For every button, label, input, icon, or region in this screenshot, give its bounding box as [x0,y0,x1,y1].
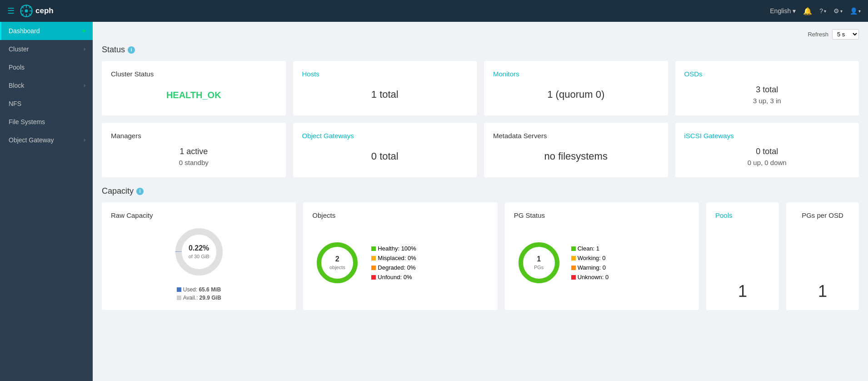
settings-button[interactable]: ⚙ ▾ [833,7,843,15]
language-label: English [770,7,791,15]
degraded-dot [371,266,376,270]
metadata-servers-value: no filesystems [493,145,659,168]
osds-detail: 3 up, 3 in [684,96,850,105]
capacity-grid: Raw Capacity 0.22% of 30 GiB [102,202,859,310]
working-legend: Working: 0 [571,255,609,261]
pg-count: 1 [534,255,544,263]
warning-legend: Warning: 0 [571,264,609,271]
managers-value: 1 active 0 standby [111,145,277,168]
navbar: ☰ ceph English ▾ 🔔 ? ▾ [0,0,868,22]
objects-label: objects [329,265,345,270]
status-info-icon[interactable]: i [128,46,135,54]
chevron-right-icon: › [84,46,85,52]
sidebar-item-object-gateway[interactable]: Object Gateway › [0,131,93,149]
raw-capacity-donut-label: 0.22% of 30 GiB [189,244,210,260]
metadata-servers-title: Metadata Servers [493,132,659,140]
sidebar-item-block[interactable]: Block › [0,76,93,95]
legend-used: Used: 65.6 MiB [177,286,221,293]
sidebar-item-label-pools: Pools [9,64,25,71]
managers-title: Managers [111,132,277,140]
objects-card: Objects 2 objects Hea [303,202,497,310]
unfound-legend: Unfound: 0% [371,274,416,281]
degraded-text: Degraded: 0% [378,264,415,271]
objects-legend: Healthy: 100% Misplaced: 0% Degraded: 0% [371,245,416,281]
managers-card: Managers 1 active 0 standby [102,123,286,177]
avail-label: Avail.: 29.9 GiB [183,295,221,301]
svg-point-1 [25,10,28,13]
healthy-dot [371,246,376,251]
metadata-servers-card: Metadata Servers no filesystems [484,123,668,177]
raw-capacity-title: Raw Capacity [111,211,287,219]
hosts-title[interactable]: Hosts [302,70,468,78]
help-arrow-icon: ▾ [824,9,826,14]
degraded-legend: Degraded: 0% [371,264,416,271]
settings-arrow-icon: ▾ [840,9,843,14]
capacity-info-icon[interactable]: i [136,188,144,195]
iscsi-gateways-card: iSCSI Gateways 0 total 0 up, 0 down [675,123,859,177]
legend-avail: Avail.: 29.9 GiB [177,295,221,301]
warning-dot [571,266,576,270]
object-gateways-title[interactable]: Object Gateways [302,132,468,140]
clean-text: Clean: 1 [578,245,599,252]
working-text: Working: 0 [578,255,606,261]
pg-donut-label: 1 PGs [534,255,544,271]
monitors-card: Monitors 1 (quorum 0) [484,61,668,115]
help-button[interactable]: ? ▾ [819,7,826,15]
refresh-select[interactable]: 5 s 10 s 30 s 1 m off [832,29,859,40]
ceph-logo-text: ceph [35,6,54,15]
unfound-dot [371,275,376,280]
iscsi-gateways-title[interactable]: iSCSI Gateways [684,132,850,140]
sidebar-item-label-cluster: Cluster [9,45,29,53]
iscsi-total: 0 total [684,146,850,157]
app-body: Dashboard ♥ Cluster › Pools Block › NFS … [0,22,868,381]
objects-donut: 2 objects [312,238,362,288]
used-label: Used: 65.6 MiB [183,286,221,293]
user-button[interactable]: 👤 ▾ [850,7,861,15]
raw-capacity-percent: 0.22% [189,244,210,252]
unknown-legend: Unknown: 0 [571,274,609,281]
raw-capacity-of: of 30 GiB [189,254,210,259]
working-dot [571,256,576,261]
unknown-dot [571,275,576,280]
sidebar-item-dashboard[interactable]: Dashboard ♥ [0,22,93,40]
osds-total: 3 total [684,84,850,95]
raw-capacity-card: Raw Capacity 0.22% of 30 GiB [102,202,296,310]
osds-card: OSDs 3 total 3 up, 3 in [675,61,859,115]
pools-title[interactable]: Pools [715,211,770,219]
sidebar-item-nfs[interactable]: NFS [0,95,93,113]
status-cards-grid: Cluster Status HEALTH_OK Hosts 1 total M… [102,61,859,177]
osds-value: 3 total 3 up, 3 in [684,83,850,106]
iscsi-detail: 0 up, 0 down [684,158,850,167]
used-color-dot [177,287,181,292]
sidebar-item-cluster[interactable]: Cluster › [0,40,93,58]
clean-dot [571,246,576,251]
sidebar-item-label-dashboard: Dashboard [9,27,40,35]
objects-donut-label: 2 objects [329,255,345,271]
misplaced-dot [371,256,376,261]
healthy-text: Healthy: 100% [378,245,416,252]
capacity-heading-text: Capacity [102,186,134,196]
object-gateways-card: Object Gateways 0 total [293,123,477,177]
managers-active: 1 active [111,146,277,157]
pgs-per-osd-title: PGs per OSD [802,211,843,219]
misplaced-legend: Misplaced: 0% [371,255,416,261]
pg-status-title: PG Status [514,211,690,219]
hamburger-menu-icon[interactable]: ☰ [7,6,15,16]
cluster-status-card: Cluster Status HEALTH_OK [102,61,286,115]
health-heart-icon: ♥ [82,28,85,34]
settings-icon: ⚙ [833,7,839,15]
notifications-icon[interactable]: 🔔 [803,7,812,15]
object-gateways-value: 0 total [302,145,468,168]
pg-label: PGs [534,265,544,270]
sidebar-item-filesystems[interactable]: File Systems [0,113,93,131]
pools-card: Pools 1 [706,202,779,310]
osds-title[interactable]: OSDs [684,70,850,78]
hosts-value: 1 total [302,83,468,106]
pg-donut: 1 PGs [514,238,564,288]
monitors-title[interactable]: Monitors [493,70,659,78]
main-content: Refresh 5 s 10 s 30 s 1 m off Status i C… [93,22,868,381]
language-selector[interactable]: English ▾ [770,7,796,15]
pgs-per-osd-value: 1 [818,282,827,301]
refresh-bar: Refresh 5 s 10 s 30 s 1 m off [102,29,859,40]
sidebar-item-pools[interactable]: Pools [0,58,93,76]
